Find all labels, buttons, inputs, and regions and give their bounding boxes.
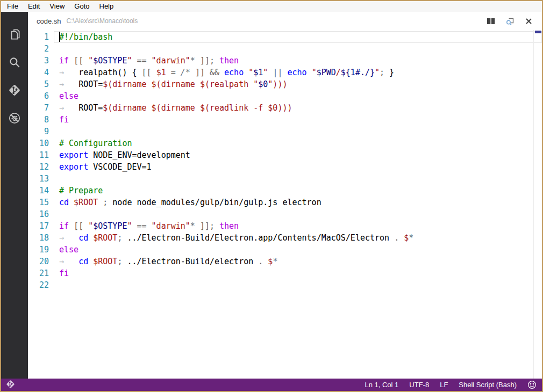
code-line[interactable]: 3if [[ "$OSTYPE" == "darwin"* ]]; then — [28, 55, 542, 67]
code-token — [88, 233, 93, 243]
line-number[interactable]: 3 — [28, 55, 54, 67]
code-line[interactable]: 15cd $ROOT ; node node_modules/gulp/bin/… — [28, 197, 542, 208]
code-token — [69, 221, 74, 231]
code-line[interactable]: 11export NODE_ENV=development — [28, 149, 542, 161]
line-number[interactable]: 21 — [28, 267, 54, 279]
code-line-text: if [[ "$OSTYPE" == "darwin"* ]]; then — [54, 55, 542, 67]
tab-actions — [487, 17, 537, 26]
code-line[interactable]: 6else — [28, 90, 542, 102]
git-branch-icon[interactable] — [5, 379, 16, 391]
tab-whitespace-arrow: → — [59, 79, 64, 89]
code-token: # Configuration — [59, 139, 132, 148]
code-line[interactable]: 17if [[ "$OSTYPE" == "darwin"* ]]; then — [28, 220, 542, 232]
line-number[interactable]: 20 — [28, 256, 54, 267]
code-token — [166, 68, 171, 77]
line-number[interactable]: 5 — [28, 78, 54, 90]
menu-item-file[interactable]: File — [2, 1, 23, 12]
code-line[interactable]: 7→ ROOT=$(dirname $(dirname $(readlink -… — [28, 102, 542, 114]
code-token — [195, 56, 200, 66]
code-token: ; — [210, 56, 215, 66]
menu-item-edit[interactable]: Edit — [23, 1, 45, 12]
open-preview-icon[interactable] — [505, 17, 515, 26]
debug-icon[interactable] — [1, 104, 28, 132]
line-number[interactable]: 2 — [28, 43, 54, 55]
code-token — [399, 233, 404, 243]
line-col-indicator[interactable]: Ln 1, Col 1 — [365, 381, 398, 389]
code-token: # Prepare — [59, 186, 103, 195]
line-number[interactable]: 18 — [28, 232, 54, 244]
line-number[interactable]: 17 — [28, 220, 54, 232]
line-number[interactable]: 1 — [28, 31, 54, 43]
eol-indicator[interactable]: LF — [440, 381, 448, 389]
code-line[interactable]: 1#!/bin/bash — [28, 31, 542, 43]
code-line-text — [54, 126, 542, 137]
code-line[interactable]: 5→ ROOT=$(dirname $(dirname $(realpath "… — [28, 78, 542, 90]
code-token: "darwin" — [152, 56, 190, 66]
encoding-indicator[interactable]: UTF-8 — [409, 381, 429, 389]
line-number[interactable]: 14 — [28, 185, 54, 197]
code-token: if — [59, 56, 69, 66]
line-number[interactable]: 7 — [28, 102, 54, 114]
menu-item-view[interactable]: View — [45, 1, 69, 12]
code-line[interactable]: 10# Configuration — [28, 137, 542, 149]
close-icon[interactable] — [524, 17, 533, 26]
code-token: [[ — [142, 68, 152, 77]
menu-item-help[interactable]: Help — [95, 1, 119, 12]
code-line[interactable]: 21fi — [28, 267, 542, 279]
code-line[interactable]: 8fi — [28, 114, 542, 126]
code-token: ]] — [200, 221, 210, 231]
code-line-text: # Configuration — [54, 137, 542, 149]
line-number[interactable]: 22 — [28, 279, 54, 291]
code-line[interactable]: 18→ cd $ROOT; ../Electron-Build/Electron… — [28, 232, 542, 244]
code-line[interactable]: 20→ cd $ROOT; ../Electron-Build/electron… — [28, 256, 542, 267]
menu-item-goto[interactable]: Goto — [69, 1, 94, 12]
line-number[interactable]: 4 — [28, 67, 54, 78]
tab-bar: code.sh C:\Alex\src\Monaco\tools — [28, 12, 542, 30]
code-line[interactable]: 16 — [28, 208, 542, 220]
code-token: " — [312, 68, 317, 77]
tab-whitespace-arrow: → — [59, 233, 64, 243]
code-token: [[ — [74, 56, 83, 66]
code-area[interactable]: 1#!/bin/bash23if [[ "$OSTYPE" == "darwin… — [28, 30, 542, 379]
line-number[interactable]: 13 — [28, 173, 54, 185]
code-line[interactable]: 12export VSCODE_DEV=1 — [28, 161, 542, 173]
line-number[interactable]: 19 — [28, 244, 54, 256]
line-number[interactable]: 15 — [28, 197, 54, 208]
code-line[interactable]: 14# Prepare — [28, 185, 542, 197]
code-line[interactable]: 9 — [28, 126, 542, 137]
code-token: ../Electron-Build/Electron.app/Contents/… — [122, 233, 394, 243]
code-line[interactable]: 2 — [28, 43, 542, 55]
split-editor-icon[interactable] — [487, 17, 496, 26]
code-line-text: #!/bin/bash — [54, 31, 542, 43]
code-line[interactable]: 4→ realpath() { [[ $1 = /* ]] && echo "$… — [28, 67, 542, 78]
feedback-smiley-icon[interactable] — [527, 380, 537, 389]
app-window: File Edit View Goto Help — [0, 0, 543, 392]
tab-filename[interactable]: code.sh — [37, 17, 61, 25]
language-indicator[interactable]: Shell Script (Bash) — [459, 381, 517, 389]
line-number[interactable]: 16 — [28, 208, 54, 220]
search-icon[interactable] — [1, 48, 28, 76]
code-line-text: export NODE_ENV=development — [54, 149, 542, 161]
code-line[interactable]: 22 — [28, 279, 542, 291]
line-number[interactable]: 6 — [28, 90, 54, 102]
code-token: "))) — [268, 79, 287, 89]
code-token: && — [210, 68, 219, 77]
git-icon[interactable] — [1, 76, 28, 104]
code-token: $OSTYPE — [93, 221, 127, 231]
code-token: $ROOT — [74, 198, 98, 207]
explorer-icon[interactable] — [1, 20, 28, 48]
code-line-text: else — [54, 90, 542, 102]
code-token: ; — [380, 68, 384, 77]
code-line-text: → cd $ROOT; ../Electron-Build/Electron.a… — [54, 232, 542, 244]
code-token: /* — [181, 68, 190, 77]
code-token: $1 — [156, 68, 166, 77]
line-number[interactable]: 10 — [28, 137, 54, 149]
line-number[interactable]: 8 — [28, 114, 54, 126]
code-token: ]] — [200, 56, 210, 66]
code-line[interactable]: 19else — [28, 244, 542, 256]
line-number[interactable]: 9 — [28, 126, 54, 137]
vertical-scrollbar[interactable] — [533, 30, 542, 379]
line-number[interactable]: 11 — [28, 149, 54, 161]
line-number[interactable]: 12 — [28, 161, 54, 173]
code-line[interactable]: 13 — [28, 173, 542, 185]
